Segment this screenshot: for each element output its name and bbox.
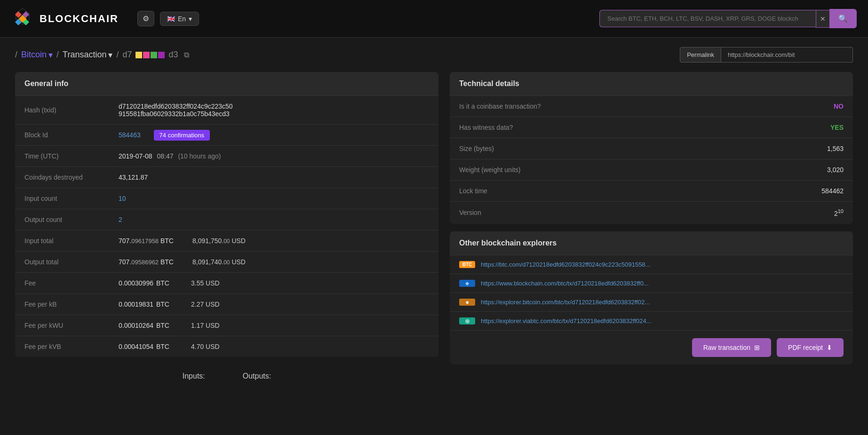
explorer-link-blockchain[interactable]: https://www.blockchain.com/btc/tx/d71202… — [481, 280, 649, 287]
block-id-link[interactable]: 584463 — [119, 131, 141, 139]
main-content: General info Hash (txid) d7120218edfd620… — [0, 72, 868, 403]
breadcrumb-transaction[interactable]: Transaction ▾ — [63, 50, 112, 60]
tech-value-version: 210 — [834, 208, 844, 217]
logo-area: BLOCKCHAIR — [11, 8, 119, 30]
tech-label-locktime: Lock time — [459, 187, 821, 195]
field-label-input-total: Input total — [24, 237, 119, 245]
breadcrumb-bitcoin[interactable]: Bitcoin ▾ — [21, 50, 53, 60]
list-item: ■ https://explorer.bitcoin.com/btc/tx/d7… — [450, 293, 853, 312]
header-center: ⚙ 🇬🇧 En ▾ — [137, 11, 199, 26]
language-button[interactable]: 🇬🇧 En ▾ — [160, 12, 199, 26]
raw-icon: ⊞ — [754, 344, 760, 351]
field-label-time: Time (UTC) — [24, 152, 119, 160]
btc-fee-kb: 0.00019831 — [119, 301, 153, 308]
explorer-link-bitcoincom[interactable]: https://explorer.bitcoin.com/btc/tx/d712… — [481, 299, 650, 306]
settings-button[interactable]: ⚙ — [137, 11, 154, 26]
breadcrumb-bitcoin-label: Bitcoin — [21, 50, 47, 60]
tech-label-weight: Weight (weight units) — [459, 166, 827, 174]
search-clear-button[interactable]: ✕ — [816, 10, 829, 28]
bottom-buttons-area: Raw transaction ⊞ PDF receipt ⬇ — [450, 331, 853, 364]
version-main: 2 — [834, 210, 838, 217]
tx-hash-short: d7 d3 ⧉ — [122, 50, 189, 60]
table-row: Is it a coinbase transaction? NO — [450, 96, 853, 117]
field-value-fee-kwu: 0.00010264 BTC 1.17 USD — [119, 322, 429, 329]
logo-icon — [11, 8, 34, 30]
copy-icon[interactable]: ⧉ — [184, 51, 189, 59]
tech-label-size: Size (bytes) — [459, 145, 827, 152]
table-row: Weight (weight units) 3,020 — [450, 159, 853, 181]
technical-details-header: Technical details — [450, 72, 853, 96]
table-row: Size (bytes) 1,563 — [450, 138, 853, 159]
table-row: Time (UTC) 2019-07-08 08:47 (10 hours ag… — [15, 146, 438, 167]
settings-icon: ⚙ — [143, 15, 149, 23]
lang-label: En — [178, 15, 186, 23]
field-label-output-count: Output count — [24, 216, 119, 223]
field-label-hash: Hash (txid) — [24, 106, 119, 114]
explorer-link-btc[interactable]: https://btc.com/d7120218edfd6203832ff024… — [481, 261, 650, 268]
field-value-time: 2019-07-08 08:47 (10 hours ago) — [119, 152, 429, 160]
table-row: Has witness data? YES — [450, 117, 853, 138]
tech-value-weight: 3,020 — [827, 166, 844, 174]
field-label-fee: Fee — [24, 279, 119, 287]
table-row: Input total 707.09617958 BTC 8,091,750.0… — [15, 230, 438, 252]
search-button[interactable]: 🔍 — [829, 9, 857, 28]
outputs-label: Outputs: — [243, 372, 271, 380]
pdf-receipt-button[interactable]: PDF receipt ⬇ — [777, 338, 844, 357]
tech-value-size: 1,563 — [827, 145, 844, 152]
table-row: Coindays destroyed 43,121.87 — [15, 167, 438, 188]
color-block-4 — [158, 52, 165, 58]
list-item: BTC https://btc.com/d7120218edfd6203832f… — [450, 255, 853, 274]
date-value: 2019-07-08 — [119, 152, 152, 160]
input-count-link[interactable]: 10 — [119, 195, 126, 202]
field-value-hash: d7120218edfd6203832ff024c9c223c50915581f… — [119, 103, 429, 118]
color-block-3 — [151, 52, 157, 58]
tx-prefix: d7 — [122, 50, 132, 60]
technical-details-table: Is it a coinbase transaction? NO Has wit… — [450, 96, 853, 224]
raw-transaction-button[interactable]: Raw transaction ⊞ — [692, 338, 771, 357]
field-value-fee: 0.00030996 BTC 3.55 USD — [119, 279, 429, 287]
permalink-url: https://blockchair.com/bit — [721, 47, 853, 63]
explorer-badge-btc: BTC — [459, 261, 475, 268]
field-label-fee-kwu: Fee per kWU — [24, 322, 119, 329]
color-block-2 — [143, 52, 150, 58]
tx-suffix: d3 — [168, 50, 178, 60]
color-block-1 — [135, 52, 142, 58]
pdf-icon: ⬇ — [827, 344, 832, 351]
field-label-coindays: Coindays destroyed — [24, 174, 119, 181]
usd-value: 8,091,740.00 USD — [192, 258, 246, 266]
search-input[interactable] — [599, 10, 816, 27]
field-value-fee-kvb: 0.00041054 BTC 4.70 USD — [119, 343, 429, 350]
usd-fee: 3.55 USD — [191, 279, 220, 287]
left-panel: General info Hash (txid) d7120218edfd620… — [15, 72, 438, 388]
table-row: Lock time 584462 — [450, 181, 853, 202]
tx-colored-blocks — [135, 52, 165, 58]
general-info-card: General info Hash (txid) d7120218edfd620… — [15, 72, 438, 357]
raw-transaction-label: Raw transaction — [703, 344, 750, 351]
field-value-input-count: 10 — [119, 195, 429, 202]
table-row: Block Id 584463 74 confirmations — [15, 125, 438, 146]
btc-fee-kwu: 0.00010264 — [119, 322, 153, 329]
breadcrumb-transaction-label: Transaction — [63, 50, 106, 60]
table-row: Fee per kWU 0.00010264 BTC 1.17 USD — [15, 315, 438, 336]
field-label-fee-kb: Fee per kB — [24, 301, 119, 308]
other-explorers-card: Other blockchain explorers BTC https://b… — [450, 231, 853, 364]
flag-icon: 🇬🇧 — [167, 15, 175, 23]
field-value-input-total: 707.09617958 BTC 8,091,750.00 USD — [119, 237, 429, 245]
breadcrumb-sep1: / — [15, 50, 17, 60]
explorer-link-viabtc[interactable]: https://explorer.viabtc.com/btc/tx/d7120… — [481, 317, 652, 324]
field-label-blockid: Block Id — [24, 131, 119, 139]
other-explorers-header: Other blockchain explorers — [450, 231, 853, 255]
output-count-link[interactable]: 2 — [119, 216, 122, 223]
general-info-table: Hash (txid) d7120218edfd6203832ff024c9c2… — [15, 96, 438, 357]
tech-value-witness: YES — [830, 124, 844, 131]
explorer-badge-blockchain: ◆ — [459, 280, 475, 287]
table-row: Fee per kVB 0.00041054 BTC 4.70 USD — [15, 336, 438, 357]
list-item: ◆ https://www.blockchain.com/btc/tx/d712… — [450, 274, 853, 293]
btc-unit: BTC — [156, 279, 169, 287]
table-row: Version 210 — [450, 202, 853, 224]
time-ago: (10 hours ago) — [178, 152, 221, 160]
btc-unit: BTC — [156, 322, 169, 329]
table-row: Fee 0.00030996 BTC 3.55 USD — [15, 273, 438, 294]
field-value-output-count: 2 — [119, 216, 429, 223]
field-value-output-total: 707.09586962 BTC 8,091,740.00 USD — [119, 258, 429, 266]
